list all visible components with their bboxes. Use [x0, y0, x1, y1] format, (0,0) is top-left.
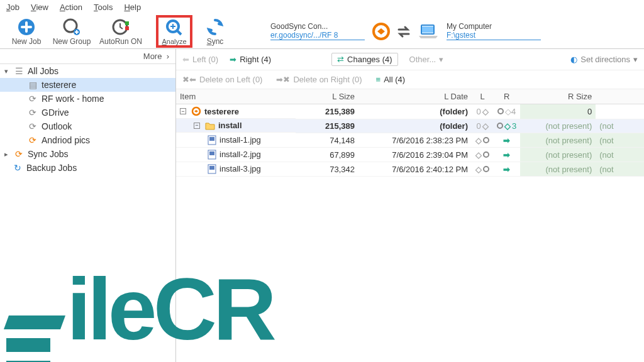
cell-rsize: (not present): [520, 162, 596, 177]
main-panel: ⬅Left (0) ➡Right (4) ⇄Changes (4) Other.…: [176, 49, 644, 362]
cell-l-action[interactable]: ◇: [472, 162, 493, 177]
cell-r-action[interactable]: ➡: [493, 162, 520, 177]
cell-overflow: (not: [596, 119, 644, 133]
cell-r-action[interactable]: ◇3: [493, 119, 520, 133]
tree-all-jobs[interactable]: ▾ ☰ All Jobs: [0, 64, 175, 78]
job-label: Andriod pics: [42, 135, 90, 145]
menu-view[interactable]: View: [31, 3, 48, 12]
cell-l-action[interactable]: 0◇: [472, 119, 493, 133]
item-name: install-1.jpg: [219, 135, 261, 145]
autorun-label: AutoRun ON: [99, 37, 142, 46]
svg-rect-5: [125, 26, 129, 30]
sync-jobs-label: Sync Jobs: [28, 149, 69, 159]
menu-action[interactable]: Action: [60, 3, 82, 12]
cell-overflow: [596, 104, 644, 119]
table-header-row: Item L Size L Date L R R Size: [176, 89, 644, 104]
table-row[interactable]: install-1.jpg74,1487/6/2016 2:38:23 PM◇➡…: [176, 133, 644, 148]
cell-item: install-1.jpg: [176, 133, 296, 148]
sync-direction-icons: [372, 23, 439, 40]
cell-overflow: (not: [596, 162, 644, 177]
cell-r-action[interactable]: ◇4: [493, 104, 520, 119]
backup-icon: ↻: [13, 163, 23, 173]
cell-l-action[interactable]: ◇: [472, 148, 493, 162]
document-icon: ▤: [28, 80, 38, 90]
conn-left-title: GoodSync Con...: [270, 22, 365, 31]
conn-right-title: My Computer: [447, 22, 541, 31]
sync-icon: ⟳: [28, 121, 38, 131]
toolbar: New Job New Group AutoRun ON Analyze Syn…: [0, 14, 644, 49]
menu-help[interactable]: Help: [124, 3, 141, 12]
cell-lsize: 74,148: [296, 133, 358, 148]
col-item[interactable]: Item: [176, 89, 296, 104]
filter-all[interactable]: ≡All (4): [376, 75, 406, 84]
more-link[interactable]: More ›: [0, 49, 175, 64]
job-outlook[interactable]: ⟳ Outlook: [0, 119, 175, 133]
job-testerere[interactable]: ▤ testerere: [0, 78, 175, 92]
col-l[interactable]: L: [472, 89, 493, 104]
job-android-pics[interactable]: ⟳ Andriod pics: [0, 133, 175, 147]
sync-orange-icon: [372, 23, 390, 40]
conn-right-path: F:\gstest: [447, 31, 541, 40]
tree-backup-jobs[interactable]: ↻ Backup Jobs: [0, 161, 175, 175]
job-label: Outlook: [42, 121, 72, 131]
job-gdrive[interactable]: ⟳ GDrive: [0, 106, 175, 119]
col-rsize[interactable]: R Size: [520, 89, 596, 104]
svg-rect-9: [422, 26, 433, 33]
svg-rect-4: [125, 21, 129, 25]
backup-jobs-label: Backup Jobs: [26, 163, 77, 173]
collapse-icon[interactable]: −: [180, 108, 186, 114]
cell-r-action[interactable]: ➡: [493, 133, 520, 148]
analyze-button[interactable]: Analyze: [156, 15, 192, 48]
delete-left[interactable]: ✖⬅Delete on Left (0): [182, 75, 262, 84]
item-name: install-2.jpg: [219, 150, 261, 159]
filter-right[interactable]: ➡Right (4): [230, 55, 271, 64]
menubar: Job View Action Tools Help: [0, 0, 644, 14]
job-label: RF work - home: [42, 94, 104, 104]
item-name: install-3.jpg: [219, 164, 261, 173]
menu-job[interactable]: Job: [6, 3, 19, 12]
col-r[interactable]: R: [493, 89, 520, 104]
set-directions[interactable]: ◐Set directions▾: [570, 55, 638, 64]
table-row[interactable]: −install215,389(folder)0◇◇3(not present)…: [176, 119, 644, 133]
cell-l-action[interactable]: 0◇: [472, 104, 493, 119]
laptop-icon: [418, 23, 439, 40]
cell-lsize: 215,389: [296, 104, 358, 119]
results-table: Item L Size L Date L R R Size −testerere…: [176, 89, 644, 177]
clock-icon: [111, 17, 130, 37]
menu-tools[interactable]: Tools: [94, 3, 113, 12]
autorun-button[interactable]: AutoRun ON: [94, 14, 147, 48]
svg-rect-12: [209, 137, 214, 141]
all-jobs-label: All Jobs: [28, 66, 58, 76]
cell-l-action[interactable]: ◇: [472, 133, 493, 148]
sidebar: More › ▾ ☰ All Jobs ▤ testerere ⟳ RF wor…: [0, 49, 176, 362]
sync-icon: ⟳: [28, 107, 38, 118]
new-group-button[interactable]: New Group: [49, 14, 94, 48]
filter-other[interactable]: Other...▾: [409, 55, 444, 64]
table-row[interactable]: install-2.jpg67,8997/6/2016 2:39:04 PM◇➡…: [176, 148, 644, 162]
job-rf-work-home[interactable]: ⟳ RF work - home: [0, 92, 175, 106]
cell-overflow: (not: [596, 133, 644, 148]
swap-arrows-icon[interactable]: [395, 23, 413, 40]
filter-left[interactable]: ⬅Left (0): [182, 55, 218, 64]
connection-right[interactable]: My Computer F:\gstest: [447, 22, 541, 40]
sync-orange-icon: [191, 106, 201, 116]
folder-icon: [205, 121, 215, 130]
cell-overflow: (not: [596, 148, 644, 162]
cell-rsize: (not present): [520, 133, 596, 148]
sync-button[interactable]: Sync: [192, 14, 238, 48]
new-job-button[interactable]: New Job: [4, 14, 49, 48]
cell-item: install-3.jpg: [176, 162, 296, 177]
cell-rsize: (not present): [520, 119, 596, 133]
collapse-icon[interactable]: −: [194, 123, 200, 129]
tree-sync-jobs[interactable]: ▸ ⟳ Sync Jobs: [0, 147, 175, 161]
connection-left[interactable]: GoodSync Con... er.goodsync/.../RF 8: [270, 22, 365, 40]
table-row[interactable]: install-3.jpg73,3427/6/2016 2:40:12 PM◇➡…: [176, 162, 644, 177]
table-row[interactable]: −testerere215,389(folder)0◇◇40: [176, 104, 644, 119]
sync-label: Sync: [207, 37, 224, 46]
col-ldate[interactable]: L Date: [358, 89, 472, 104]
cell-ldate: (folder): [358, 104, 472, 119]
col-lsize[interactable]: L Size: [296, 89, 358, 104]
delete-right[interactable]: ➡✖Delete on Right (0): [276, 75, 362, 84]
cell-r-action[interactable]: ➡: [493, 148, 520, 162]
filter-changes[interactable]: ⇄Changes (4): [331, 53, 398, 66]
